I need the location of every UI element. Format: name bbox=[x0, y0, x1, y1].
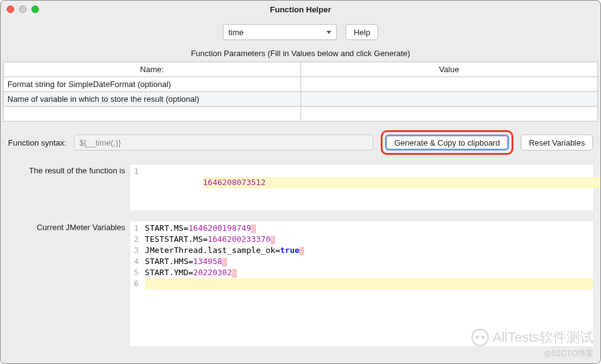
code-line: TESTSTART.MS=1646200233370 bbox=[145, 234, 593, 245]
code-line: START.MS=1646200198749 bbox=[145, 223, 593, 234]
empty-cell bbox=[300, 107, 598, 122]
chevron-down-icon bbox=[326, 31, 331, 34]
zoom-icon[interactable] bbox=[31, 6, 39, 13]
empty-cell bbox=[4, 107, 301, 122]
variables-lines: START.MS=1646200198749TESTSTART.MS=16462… bbox=[145, 221, 593, 346]
param-value-cell[interactable] bbox=[300, 77, 598, 92]
generate-button-label: Generate & Copy to clipboard bbox=[394, 138, 500, 147]
params-header-value: Value bbox=[300, 62, 598, 77]
params-table: Name: Value Format string for SimpleDate… bbox=[3, 62, 598, 122]
variables-row: Current JMeter Variables 1 2 3 4 5 6 STA… bbox=[8, 221, 593, 346]
function-syntax-label: Function syntax: bbox=[8, 138, 67, 147]
titlebar: Function Helper bbox=[1, 1, 600, 18]
result-area: The result of the function is 1 16462080… bbox=[3, 165, 598, 361]
help-button[interactable]: Help bbox=[346, 24, 378, 40]
reset-variables-button[interactable]: Reset Variables bbox=[521, 134, 593, 151]
result-codebox[interactable]: 1 1646208073512 bbox=[130, 165, 593, 210]
table-row: Format string for SimpleDateFormat (opti… bbox=[4, 77, 598, 92]
window-title: Function Helper bbox=[7, 5, 594, 14]
function-chooser-row: time Help bbox=[3, 24, 598, 40]
result-gutter: 1 bbox=[130, 165, 145, 210]
params-header-name: Name: bbox=[4, 62, 301, 77]
content: time Help Function Parameters (Fill in V… bbox=[1, 18, 600, 363]
variables-gutter: 1 2 3 4 5 6 bbox=[130, 221, 145, 346]
table-row-empty bbox=[4, 107, 598, 122]
variables-label: Current JMeter Variables bbox=[8, 221, 125, 346]
params-caption: Function Parameters (Fill in Values belo… bbox=[3, 49, 598, 58]
result-value: 1646208073512 bbox=[203, 178, 266, 187]
function-syntax-row: Function syntax: Generate & Copy to clip… bbox=[3, 130, 598, 165]
code-line: START.HMS=134958 bbox=[145, 256, 593, 267]
function-syntax-input[interactable] bbox=[74, 134, 373, 151]
traffic-lights bbox=[7, 6, 39, 13]
param-name-cell: Name of variable in which to store the r… bbox=[4, 92, 301, 107]
function-select-value: time bbox=[228, 28, 244, 37]
minimize-icon bbox=[19, 6, 27, 13]
variables-codebox[interactable]: 1 2 3 4 5 6 START.MS=1646200198749TESTST… bbox=[130, 221, 593, 346]
result-lines: 1646208073512 bbox=[145, 165, 593, 210]
result-row: The result of the function is 1 16462080… bbox=[8, 165, 593, 210]
reset-button-label: Reset Variables bbox=[529, 138, 585, 147]
generate-button[interactable]: Generate & Copy to clipboard bbox=[385, 134, 509, 151]
close-icon[interactable] bbox=[7, 6, 14, 13]
param-value-cell[interactable] bbox=[300, 92, 598, 107]
window: Function Helper time Help Function Param… bbox=[0, 0, 601, 364]
code-line-empty bbox=[145, 278, 593, 289]
result-label: The result of the function is bbox=[8, 165, 125, 210]
params-header-row: Name: Value bbox=[4, 62, 598, 77]
help-button-label: Help bbox=[354, 28, 370, 37]
params-table-wrap: Name: Value Format string for SimpleDate… bbox=[3, 62, 598, 122]
table-row: Name of variable in which to store the r… bbox=[4, 92, 598, 107]
code-line: JMeterThread.last_sample_ok=true bbox=[145, 245, 593, 256]
code-line: START.YMD=20220302 bbox=[145, 267, 593, 278]
generate-highlight: Generate & Copy to clipboard bbox=[381, 130, 513, 155]
param-name-cell: Format string for SimpleDateFormat (opti… bbox=[4, 77, 301, 92]
function-select[interactable]: time bbox=[223, 24, 337, 40]
